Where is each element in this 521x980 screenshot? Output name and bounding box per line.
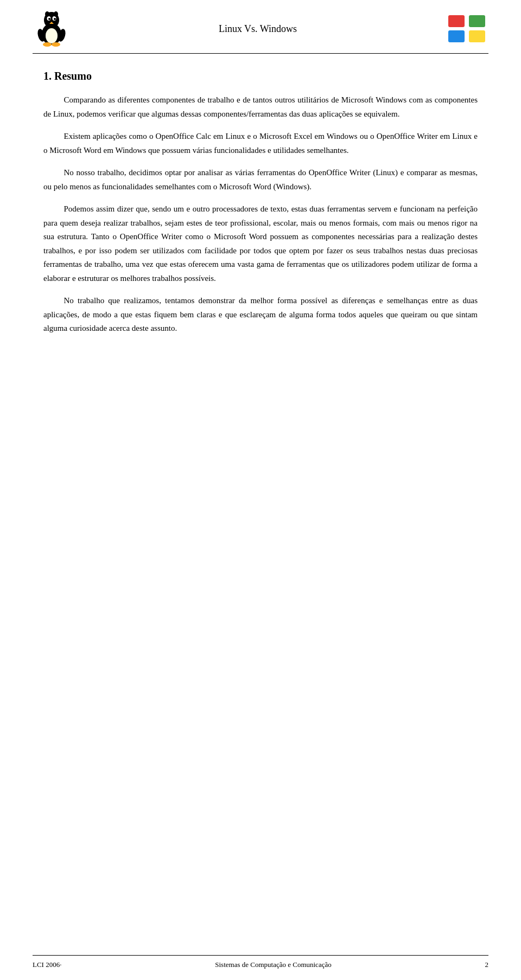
tux-icon [35, 10, 68, 47]
svg-rect-16 [448, 30, 465, 42]
svg-point-6 [54, 18, 56, 20]
svg-point-1 [46, 28, 58, 43]
svg-point-8 [43, 42, 52, 47]
svg-point-9 [52, 42, 60, 47]
section-number: 1. [43, 70, 52, 82]
windows-logo [445, 12, 488, 45]
paragraph-1: Comparando as diferentes componentes de … [43, 93, 478, 121]
svg-rect-14 [448, 15, 465, 27]
page-title: Linux Vs. Windows [71, 23, 445, 35]
footer-left: LCI 2006· [33, 960, 61, 969]
header: Linux Vs. Windows [0, 0, 521, 53]
footer-divider [33, 955, 488, 956]
svg-point-10 [45, 11, 49, 17]
main-content: 1. Resumo Comparando as diferentes compo… [0, 54, 521, 388]
windows-logo-svg [447, 14, 486, 44]
svg-point-11 [54, 11, 58, 17]
svg-point-5 [48, 18, 50, 20]
footer-page-number: 2 [485, 960, 489, 969]
page: Linux Vs. Windows 1. Resum [0, 0, 521, 980]
footer: LCI 2006· Sistemas de Computação e Comun… [0, 960, 521, 969]
title-text: Linux Vs. Windows [219, 23, 297, 34]
section-title: Resumo [54, 70, 92, 82]
footer-center: Sistemas de Computação e Comunicação [215, 960, 331, 969]
paragraph-5: No trabalho que realizamos, tentamos dem… [43, 294, 478, 336]
svg-rect-17 [469, 30, 485, 42]
linux-logo [33, 10, 71, 48]
paragraph-3: No nosso trabalho, decidimos optar por a… [43, 166, 478, 194]
paragraph-2: Existem aplicações como o OpenOffice Cal… [43, 130, 478, 157]
paragraph-4: Podemos assim dizer que, sendo um e outr… [43, 202, 478, 285]
svg-rect-15 [469, 15, 485, 27]
section-heading: 1. Resumo [43, 70, 478, 82]
